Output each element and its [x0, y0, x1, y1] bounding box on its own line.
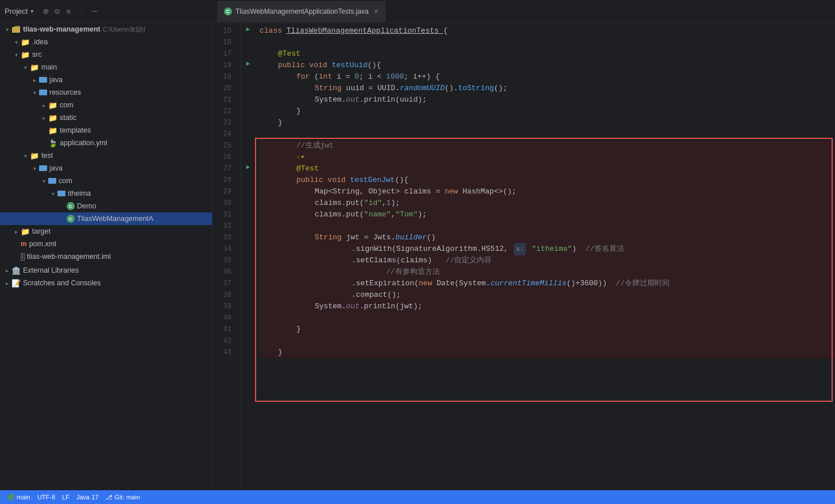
project-sidebar[interactable]: tlias-web-management C:\Users\张喆\I 📁 .id…: [0, 23, 212, 490]
tab-tlias-tests[interactable]: C TliasWebManagementApplicationTests.jav…: [217, 1, 386, 22]
bracket-19b: {: [435, 71, 440, 83]
gutter-15: ▶: [241, 23, 255, 34]
line-num-19: 19: [212, 71, 236, 83]
tree-item-com-res[interactable]: 📁 com: [0, 99, 212, 111]
gutter-39: [241, 298, 255, 310]
tree-item-java-main[interactable]: java: [0, 73, 212, 86]
gutter-32: [241, 218, 255, 230]
num-1000: 1000: [386, 71, 404, 83]
gutter: ▶ ▶ ▶: [241, 23, 255, 490]
code-container: 15 16 17 18 19 20 21 22 23 24 25 26 27 2…: [212, 23, 835, 490]
gutter-43: [241, 344, 255, 356]
root-label: tlias-web-management: [23, 25, 100, 33]
tree-item-java-test[interactable]: java: [0, 162, 212, 175]
line-num-31: 31: [212, 209, 236, 220]
folder-icon-itheima: [57, 189, 65, 199]
tree-item-main[interactable]: 📁 main: [0, 61, 212, 73]
tree-item-root[interactable]: tlias-web-management C:\Users\张喆\I: [0, 23, 212, 36]
semi-1: ; i <: [359, 71, 386, 83]
line-num-38: 38: [212, 289, 236, 301]
resources-label: resources: [49, 88, 81, 96]
code-editor[interactable]: 15 16 17 18 19 20 21 22 23 24 25 26 27 2…: [212, 23, 835, 490]
com-res-label: com: [60, 101, 74, 109]
status-java-version[interactable]: Java 17: [76, 494, 99, 501]
comma-2: ,: [391, 209, 396, 220]
tree-arrow-java-main: [30, 77, 39, 83]
code-line-27: @Test: [260, 163, 835, 175]
tree-item-scratches[interactable]: 📝 Scratches and Consoles: [0, 277, 212, 289]
gutter-26: [241, 149, 255, 161]
templates-label: templates: [60, 126, 91, 134]
run-icon-15[interactable]: ▶: [246, 25, 250, 33]
folder-icon-test: 📁: [30, 151, 39, 160]
gutter-35: [241, 253, 255, 264]
tree-item-resources[interactable]: resources: [0, 86, 212, 99]
tree-item-iml[interactable]: I tlias-web-management.iml: [0, 250, 212, 263]
status-encoding[interactable]: UTF-8: [37, 494, 55, 501]
svg-rect-0: [12, 27, 20, 33]
tree-item-com-test[interactable]: com: [0, 175, 212, 187]
sync-icon[interactable]: ⊙: [55, 6, 60, 17]
itheima-label: itheima: [68, 189, 91, 197]
gutter-33: [241, 230, 255, 241]
tree-arrow-scratches: [2, 280, 11, 286]
tree-item-external-libs[interactable]: 🏛️ External Libraries: [0, 264, 212, 277]
plain-signwith: .signWith(SignatureAlgorithm.HS512,: [351, 243, 513, 255]
gutter-38: [241, 287, 255, 298]
tree-item-target[interactable]: 📁 target: [0, 225, 212, 238]
tree-item-itheima[interactable]: itheima: [0, 187, 212, 200]
folder-icon-com-test: [48, 176, 56, 186]
gutter-17: [241, 46, 255, 57]
str-id: "id": [364, 197, 382, 209]
tree-item-idea[interactable]: 📁 .idea: [0, 36, 212, 48]
run-icon-18[interactable]: ▶: [246, 60, 250, 67]
plain-setclaims: .setClaims(claims): [351, 255, 446, 266]
pom-label: pom.xml: [29, 240, 56, 248]
tree-item-application-yml[interactable]: 🍃 application.yml: [0, 137, 212, 149]
kw-new-2: new: [419, 278, 436, 289]
folder-icon-src: 📁: [21, 50, 30, 59]
project-chevron-icon[interactable]: ▾: [30, 7, 34, 15]
tree-item-templates[interactable]: 📁 templates: [0, 124, 212, 137]
line-num-29: 29: [212, 186, 236, 197]
gutter-27: ▶: [241, 161, 255, 172]
close-icon[interactable]: ✕: [65, 6, 71, 17]
status-branch[interactable]: 🌿 main: [7, 494, 30, 501]
status-line-sep[interactable]: LF: [62, 494, 69, 501]
line-num-40: 40: [212, 312, 236, 324]
gutter-42: [241, 333, 255, 344]
tree-item-pom[interactable]: m pom.xml: [0, 238, 212, 250]
tree-item-tlias-tests[interactable]: C TliasWebManagementA: [0, 212, 212, 225]
line-num-26: 26: [212, 152, 236, 163]
status-git[interactable]: ⎇ Git: main: [105, 494, 140, 501]
tree-item-demo[interactable]: C Demo: [0, 200, 212, 212]
tree-item-src[interactable]: 📁 src: [0, 48, 212, 61]
tree-item-test[interactable]: 📁 test: [0, 149, 212, 162]
target-label: target: [32, 227, 51, 235]
comment-35: //自定义内容: [446, 255, 492, 266]
plain-map: Map<String, Object> claims =: [315, 186, 444, 197]
add-icon[interactable]: ⊕: [43, 6, 49, 17]
code-line-17: @Test: [260, 48, 835, 60]
line-num-16: 16: [212, 37, 236, 48]
fn-randomuuid: randomUUID: [400, 83, 444, 94]
line-num-41: 41: [212, 324, 236, 335]
tree-item-static[interactable]: 📁 static: [0, 111, 212, 124]
run-icon-27[interactable]: ▶: [246, 163, 250, 170]
code-line-29: Map<String, Object> claims = new HashMap…: [260, 186, 835, 197]
minimize-icon[interactable]: —: [92, 6, 98, 17]
code-line-38: .compact();: [260, 289, 835, 301]
code-line-23: }: [260, 117, 835, 129]
svg-rect-2: [39, 90, 47, 95]
code-line-42: [260, 335, 835, 347]
line-num-30: 30: [212, 197, 236, 209]
tab-close-button[interactable]: ✕: [373, 7, 379, 15]
str-name: "name": [364, 209, 391, 220]
file-icon-tlias-tests: C: [67, 215, 75, 223]
project-label[interactable]: Project: [5, 7, 28, 15]
code-line-33: String jwt = Jwts.builder(): [260, 232, 835, 243]
comment-37: //令牌过期时间: [616, 278, 670, 289]
annotation-test-2: @Test: [296, 163, 319, 175]
plain-system-1: System.: [315, 94, 346, 106]
kw-public-1: public: [278, 60, 310, 71]
